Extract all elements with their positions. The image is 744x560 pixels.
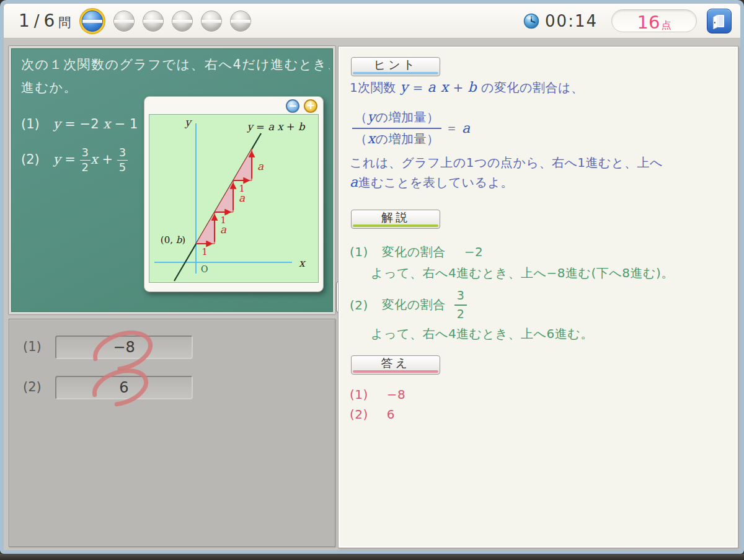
slope-triangle-1 bbox=[196, 212, 215, 244]
open-door-icon bbox=[711, 12, 728, 30]
hint-line-1: 1次関数 y = a x + b の変化の割合は、 bbox=[350, 79, 583, 96]
hint-line-2: これは、グラフ上の1つの点から、右へ1進むと、上へ bbox=[350, 154, 663, 171]
zoom-out-button[interactable]: − bbox=[286, 99, 299, 113]
fraction-3-2: 32 bbox=[80, 146, 91, 174]
hint-button[interactable]: ヒント bbox=[351, 57, 440, 76]
dot-band bbox=[202, 20, 221, 23]
answer-item-2: (2)6 bbox=[350, 407, 395, 422]
progress-current: 1 bbox=[19, 11, 30, 31]
rate-of-change-fraction: （yの増加量） （xの増加量） bbox=[352, 109, 441, 148]
hint-formula: （yの増加量） （xの増加量） ＝ a bbox=[352, 109, 471, 148]
rise-label-2: a bbox=[239, 192, 246, 204]
top-bar: 1 / 6 問 00:14 bbox=[4, 4, 740, 38]
score-badge: 16 点 bbox=[611, 9, 697, 32]
hint-line-3: a進むことを表しているよ。 bbox=[350, 174, 513, 191]
explanation-item-2: (2)変化の割合 3 2 bbox=[350, 288, 467, 322]
x-axis-label: x bbox=[299, 257, 306, 269]
fraction-3-5: 35 bbox=[117, 146, 128, 174]
explanation-button[interactable]: 解説 bbox=[351, 210, 440, 229]
question-nav-dot-6[interactable] bbox=[230, 11, 251, 32]
equation-2: (2)y = 32x + 35 bbox=[21, 146, 128, 174]
explanation-item-1: (1)変化の割合−2 bbox=[350, 244, 483, 260]
rise-label-1: a bbox=[220, 223, 227, 236]
answer-row-2-label: (2) bbox=[23, 380, 42, 394]
answer-item-1: (1)−8 bbox=[350, 387, 405, 402]
score-value: 16 bbox=[637, 12, 660, 33]
rate-fraction-3-2: 3 2 bbox=[454, 288, 467, 322]
graph-window-header: − + bbox=[144, 97, 323, 113]
answer-row-2: (2) 6 bbox=[9, 376, 335, 401]
answer-value-1: −8 bbox=[113, 339, 135, 356]
graph-plot-area: y x O y = a x + b (0, b) 1 1 1 a a a bbox=[149, 114, 319, 283]
question-nav-dot-2[interactable] bbox=[113, 11, 135, 32]
app-window: 1 / 6 問 00:14 bbox=[0, 0, 744, 554]
answer-button[interactable]: 答え bbox=[351, 355, 440, 375]
question-text-line2: 進むか。 bbox=[21, 79, 78, 96]
equation-1-label: (1) bbox=[21, 117, 40, 131]
main-content: 次の１次関数のグラフでは、右へ4だけ進むとき、 進むか。 (1)y = −2 x… bbox=[4, 38, 740, 549]
rise-label-3: a bbox=[257, 160, 264, 172]
question-board: 次の１次関数のグラフでは、右へ4だけ進むとき、 進むか。 (1)y = −2 x… bbox=[9, 46, 335, 314]
question-text-line1: 次の１次関数のグラフでは、右へ4だけ進むとき、 bbox=[21, 56, 330, 73]
slope-graph: y x O y = a x + b (0, b) 1 1 1 a a a bbox=[149, 115, 319, 282]
graph-window: − + bbox=[144, 96, 324, 292]
dot-band bbox=[172, 20, 192, 23]
question-nav-dot-1-active[interactable] bbox=[82, 11, 103, 32]
answer-row-1: (1) −8 bbox=[9, 336, 335, 360]
explanation-item-1-detail: よって、右へ4進むとき、上へ−8進む(下へ8進む)。 bbox=[371, 265, 674, 282]
score-unit: 点 bbox=[661, 19, 671, 32]
progress-unit: 問 bbox=[58, 14, 71, 31]
exit-button[interactable] bbox=[707, 9, 732, 33]
line-equation-label: y = a x + b bbox=[247, 121, 306, 133]
progress-total: 6 bbox=[44, 11, 55, 31]
question-nav-dot-4[interactable] bbox=[172, 11, 193, 32]
solution-panel: ヒント 1次関数 y = a x + b の変化の割合は、 （yの増加量） （x… bbox=[338, 46, 738, 548]
dot-band bbox=[231, 20, 250, 23]
dot-band bbox=[143, 20, 163, 23]
dot-band bbox=[82, 20, 102, 23]
answer-row-1-label: (1) bbox=[23, 339, 42, 354]
dot-band bbox=[114, 20, 134, 23]
slope-triangle-2 bbox=[215, 180, 233, 212]
answer-input-2[interactable]: 6 bbox=[55, 376, 193, 399]
student-answer-panel: (1) −8 (2) 6 bbox=[9, 319, 335, 547]
explanation-item-2-detail: よって、右へ4進むとき、上へ6進む。 bbox=[371, 326, 593, 342]
equation-2-label: (2) bbox=[21, 152, 40, 167]
slope-triangle-3 bbox=[233, 149, 252, 180]
run-label-1: 1 bbox=[202, 247, 207, 257]
timer-display: 00:14 bbox=[545, 12, 598, 30]
origin-label: O bbox=[201, 264, 208, 274]
question-progress: 1 / 6 問 bbox=[19, 11, 71, 31]
clock-icon bbox=[523, 12, 540, 30]
progress-separator: / bbox=[34, 12, 40, 30]
question-nav-dot-5[interactable] bbox=[201, 11, 222, 32]
intercept-label: (0, b) bbox=[161, 234, 185, 246]
answer-input-1[interactable]: −8 bbox=[55, 336, 193, 359]
equation-1: (1)y = −2 x − 1 bbox=[21, 117, 138, 131]
desktop-strip bbox=[0, 554, 744, 560]
answer-value-2: 6 bbox=[119, 379, 128, 396]
question-nav-dot-3[interactable] bbox=[143, 11, 164, 32]
question-nav bbox=[79, 11, 251, 32]
zoom-in-button[interactable]: + bbox=[304, 99, 317, 113]
y-axis-label: y bbox=[184, 116, 192, 128]
